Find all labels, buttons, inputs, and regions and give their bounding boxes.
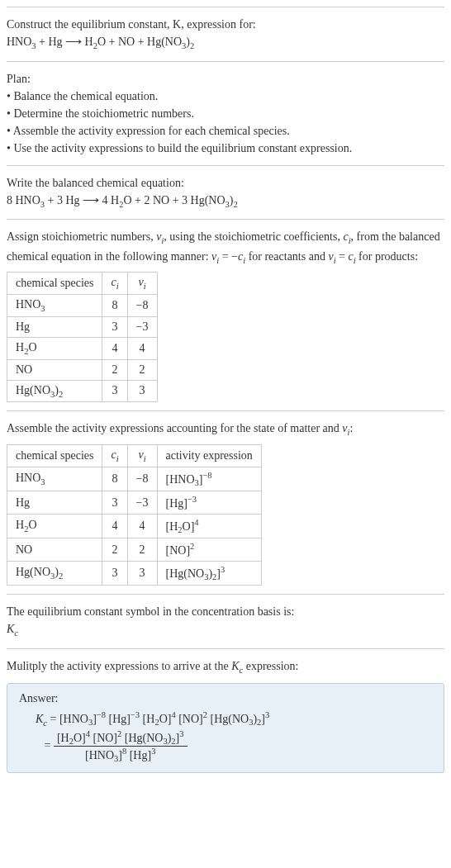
species-cell: HNO3 — [7, 467, 102, 491]
answer-label: Answer: — [19, 692, 432, 705]
activity-section: Assemble the activity expressions accoun… — [7, 410, 444, 594]
construct-text: Construct the equilibrium constant, K, e… — [7, 16, 444, 33]
table-header: νi — [127, 273, 157, 295]
table-header: νi — [127, 444, 157, 467]
nui-cell: 4 — [127, 337, 157, 359]
ci-cell: 2 — [102, 359, 127, 380]
plan-item: • Use the activity expressions to build … — [7, 140, 444, 157]
nui-cell: −8 — [127, 467, 157, 491]
ci-cell: 2 — [102, 538, 127, 562]
nui-cell: −3 — [127, 491, 157, 515]
table-row: NO 2 2 — [7, 359, 158, 380]
ci-cell: 8 — [102, 467, 127, 491]
species-cell: Hg(NO3)2 — [7, 561, 102, 585]
nui-cell: 3 — [127, 380, 157, 402]
ci-cell: 8 — [102, 294, 127, 316]
activity-cell: [Hg(NO3)2]3 — [157, 561, 261, 585]
multiply-section: Mulitply the activity expressions to arr… — [7, 648, 444, 781]
answer-content: Kc = [HNO3]−8 [Hg]−3 [H2O]4 [NO]2 [Hg(NO… — [36, 710, 432, 763]
kc-expression-line1: Kc = [HNO3]−8 [Hg]−3 [H2O]4 [NO]2 [Hg(NO… — [36, 710, 432, 727]
nui-cell: −3 — [127, 316, 157, 337]
table-header: activity expression — [157, 444, 261, 467]
symbol-section: The equilibrium constant symbol in the c… — [7, 594, 444, 648]
plan-item: • Balance the chemical equation. — [7, 88, 444, 105]
species-cell: Hg(NO3)2 — [7, 380, 102, 402]
unbalanced-equation: HNO3 + Hg ⟶ H2O + NO + Hg(NO3)2 — [7, 33, 444, 53]
ci-cell: 4 — [102, 514, 127, 538]
species-cell: HNO3 — [7, 294, 102, 316]
plan-section: Plan: • Balance the chemical equation. •… — [7, 61, 444, 165]
activity-heading: Assemble the activity expressions accoun… — [7, 420, 444, 439]
table-row: Hg 3 −3 — [7, 316, 158, 337]
activity-cell: [NO]2 — [157, 538, 261, 562]
table-header-row: chemical species ci νi activity expressi… — [7, 444, 262, 467]
table-row: H2O 4 4 [H2O]4 — [7, 514, 262, 538]
balanced-heading: Write the balanced chemical equation: — [7, 174, 444, 192]
ci-cell: 3 — [102, 316, 127, 337]
symbol-text: The equilibrium constant symbol in the c… — [7, 603, 444, 620]
table-row: Hg(NO3)2 3 3 [Hg(NO3)2]3 — [7, 561, 262, 585]
nui-cell: −8 — [127, 294, 157, 316]
table-header: chemical species — [7, 444, 102, 467]
answer-box: Answer: Kc = [HNO3]−8 [Hg]−3 [H2O]4 [NO]… — [7, 683, 444, 772]
activity-cell: [Hg]−3 — [157, 491, 261, 515]
ci-cell: 3 — [102, 491, 127, 515]
species-cell: Hg — [7, 491, 102, 515]
assign-section: Assign stoichiometric numbers, νi, using… — [7, 219, 444, 410]
balanced-section: Write the balanced chemical equation: 8 … — [7, 165, 444, 220]
table-header: chemical species — [7, 273, 102, 295]
ci-cell: 4 — [102, 337, 127, 359]
balanced-equation: 8 HNO3 + 3 Hg ⟶ 4 H2O + 2 NO + 3 Hg(NO3)… — [7, 192, 444, 211]
table-row: Hg 3 −3 [Hg]−3 — [7, 491, 262, 515]
plan-heading: Plan: — [7, 70, 444, 88]
plan-item: • Determine the stoichiometric numbers. — [7, 105, 444, 122]
activity-cell: [HNO3]−8 — [157, 467, 261, 491]
species-cell: NO — [7, 359, 102, 380]
kc-symbol: Kc — [7, 620, 444, 640]
intro-section: Construct the equilibrium constant, K, e… — [7, 7, 444, 61]
stoichiometry-table: chemical species ci νi HNO3 8 −8 Hg 3 −3… — [7, 272, 158, 402]
table-row: H2O 4 4 — [7, 337, 158, 359]
nui-cell: 3 — [127, 561, 157, 585]
table-header: ci — [102, 444, 127, 467]
nui-cell: 4 — [127, 514, 157, 538]
multiply-text: Mulitply the activity expressions to arr… — [7, 657, 444, 677]
species-cell: H2O — [7, 337, 102, 359]
activity-table: chemical species ci νi activity expressi… — [7, 444, 262, 586]
table-header: ci — [102, 273, 127, 295]
table-header-row: chemical species ci νi — [7, 273, 158, 295]
species-cell: NO — [7, 538, 102, 562]
kc-expression-line2: = [H2O]4 [NO]2 [Hg(NO3)2]3[HNO3]8 [Hg]3 — [36, 729, 432, 764]
plan-item: • Assemble the activity expression for e… — [7, 122, 444, 140]
table-row: Hg(NO3)2 3 3 — [7, 380, 158, 402]
nui-cell: 2 — [127, 538, 157, 562]
ci-cell: 3 — [102, 561, 127, 585]
ci-cell: 3 — [102, 380, 127, 402]
nui-cell: 2 — [127, 359, 157, 380]
species-cell: Hg — [7, 316, 102, 337]
assign-text: Assign stoichiometric numbers, νi, using… — [7, 228, 444, 267]
table-row: HNO3 8 −8 — [7, 294, 158, 316]
activity-cell: [H2O]4 — [157, 514, 261, 538]
table-row: HNO3 8 −8 [HNO3]−8 — [7, 467, 262, 491]
species-cell: H2O — [7, 514, 102, 538]
table-row: NO 2 2 [NO]2 — [7, 538, 262, 562]
